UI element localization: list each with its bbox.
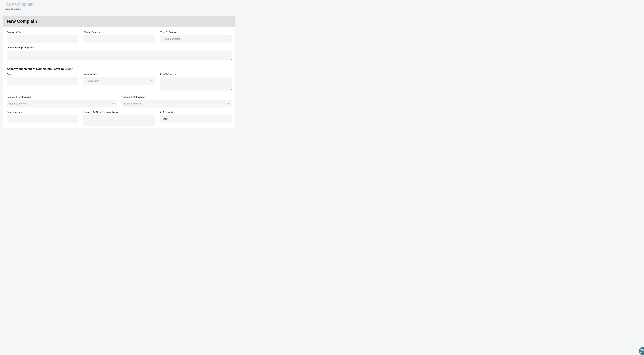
person-making-complaints-label: Person making Complaints: [7, 46, 232, 49]
reference-no-label: Reference No: [160, 111, 232, 114]
card-header-title: New Complain: [7, 19, 37, 24]
field-reference-no: Reference No: [160, 111, 232, 123]
complaint-date-input[interactable]: [7, 35, 78, 43]
list-of-concern-textarea[interactable]: [160, 77, 232, 91]
name-of-client-involved-selected-value: Nothing selected: [9, 102, 27, 105]
breadcrumb[interactable]: New Complain: [6, 8, 235, 10]
name-of-officer-select[interactable]: Please select ▼: [84, 77, 155, 85]
section-divider: [7, 65, 232, 65]
type-of-complain-label: Type Of Complain: [160, 31, 232, 34]
name-of-staff-involved-selected-value: Nothing selected: [124, 102, 142, 105]
name-of-client-involved-label: Name of Client Involved: [7, 96, 117, 98]
acknowledgement-section-heading: Acknowledgement of Complaints Letter to …: [7, 67, 232, 71]
chevron-down-icon: ▼: [150, 80, 153, 82]
page-title: New Complain: [6, 2, 235, 7]
name-of-officer-label: Name Of Officer: [84, 73, 155, 75]
complaint-date-label: Complaint Date: [7, 31, 78, 34]
person-making-complaints-textarea[interactable]: [7, 51, 232, 60]
card-header: New Complain: [3, 16, 235, 27]
name-of-officer-selected-value: Please select: [86, 80, 100, 82]
field-name-of-officer: Name Of Officer Please select ▼: [84, 73, 155, 85]
field-name-of-staff-involved: Name of Staff Involved Nothing selected …: [122, 96, 232, 108]
field-date-of-incident: Date of Incident: [7, 111, 78, 123]
row-complaint-info: Complaint Date Closing Deadline Type Of …: [7, 31, 232, 43]
reference-no-input[interactable]: [160, 115, 232, 123]
new-complain-card: New Complain Complaint Date Closing Dead…: [3, 16, 235, 128]
date-of-incident-label: Date of Incident: [7, 111, 78, 114]
row-person-making-complaints: Person making Complaints: [7, 46, 232, 60]
field-closing-deadline: Closing Deadline: [84, 31, 155, 43]
ack-date-input[interactable]: [7, 77, 78, 85]
field-ack-date: Date: [7, 73, 78, 85]
contact-of-officer-textarea[interactable]: [84, 115, 155, 126]
date-of-incident-input[interactable]: [7, 115, 78, 123]
row-incident: Date of Incident Contact of Officer Trea…: [7, 111, 232, 126]
field-list-of-concern: List Of Concern: [160, 73, 232, 91]
name-of-staff-involved-label: Name of Staff Involved: [122, 96, 232, 98]
type-of-complain-selected-value: Nothing selected: [163, 38, 180, 40]
field-type-of-complain: Type Of Complain Nothing selected ▼: [160, 31, 232, 43]
closing-deadline-label: Closing Deadline: [84, 31, 155, 34]
name-of-staff-involved-select[interactable]: Nothing selected ▼: [122, 100, 232, 108]
chevron-down-icon: ▼: [112, 103, 114, 105]
card-body: Complaint Date Closing Deadline Type Of …: [3, 27, 235, 128]
ack-date-label: Date: [7, 73, 78, 75]
chevron-down-icon: ▼: [226, 103, 230, 105]
contact-of-officer-label: Contact of Officer Treating this case: [84, 111, 155, 114]
list-of-concern-label: List Of Concern: [160, 73, 232, 75]
row-involved: Name of Client Involved Nothing selected…: [7, 96, 232, 108]
type-of-complain-select[interactable]: Nothing selected ▼: [160, 35, 232, 43]
chevron-down-icon: ▼: [226, 38, 230, 40]
field-name-of-client-involved: Name of Client Involved Nothing selected…: [7, 96, 117, 108]
name-of-client-involved-select[interactable]: Nothing selected ▼: [7, 100, 117, 108]
closing-deadline-input[interactable]: [84, 35, 155, 43]
field-complaint-date: Complaint Date: [7, 31, 78, 43]
field-contact-of-officer: Contact of Officer Treating this case: [84, 111, 155, 126]
row-acknowledgement: Date Name Of Officer Please select ▼ Lis…: [7, 73, 232, 91]
page-head: New Complain New Complain: [0, 0, 235, 10]
